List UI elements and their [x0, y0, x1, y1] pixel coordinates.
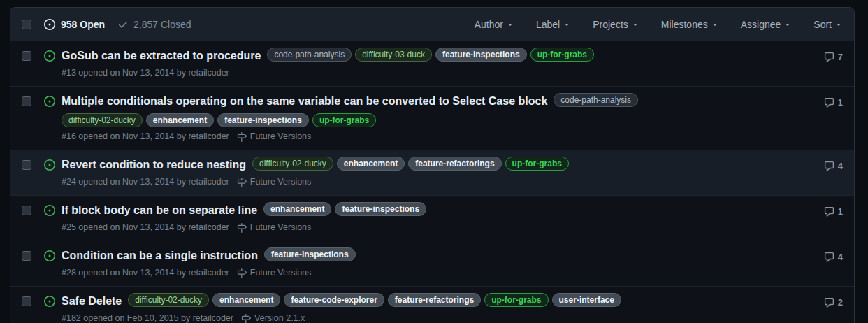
issue-comments-link[interactable]: 7 — [802, 52, 843, 62]
issue-opened-icon — [44, 250, 55, 261]
filter-dropdown-milestones[interactable]: Milestones — [661, 19, 719, 30]
chevron-down-icon — [563, 20, 571, 29]
issue-label[interactable]: feature-inspections — [217, 113, 309, 127]
issue-title-link[interactable]: Safe Delete — [62, 295, 122, 307]
issue-milestone-link[interactable]: Future Versions — [237, 266, 312, 280]
issue-milestone-link[interactable]: Version 2.1.x — [241, 312, 305, 323]
issue-main: Condition can be a single instructionfea… — [62, 247, 794, 280]
issue-comments-link[interactable]: 4 — [802, 161, 843, 171]
issue-row: Safe Deletedifficulty-02-duckyenhancemen… — [10, 286, 854, 323]
issue-opened-icon — [44, 96, 55, 107]
issue-meta-text: #24 opened on Nov 13, 2014 by retailcode… — [62, 175, 229, 189]
issue-title-link[interactable]: If block body can be on separate line — [62, 204, 257, 216]
issue-title-link[interactable]: Multiple conditionals operating on the s… — [62, 95, 547, 107]
chevron-down-icon — [711, 20, 719, 29]
issue-meta: #25 opened on Nov 13, 2014 by retailcode… — [62, 221, 794, 234]
issue-main: Multiple conditionals operating on the s… — [62, 93, 794, 143]
issue-checkbox[interactable] — [22, 51, 31, 61]
issue-label[interactable]: code-path-analysis — [554, 93, 638, 107]
issue-opened-icon — [44, 205, 55, 216]
chevron-down-icon — [783, 20, 792, 29]
issue-comment-count: 4 — [838, 161, 843, 171]
issue-milestone-label: Version 2.1.x — [254, 312, 305, 323]
issue-title-link[interactable]: GoSub can be extracted to procedure — [62, 50, 261, 62]
issue-label[interactable]: user-interface — [552, 293, 621, 307]
issue-comments-link[interactable]: 2 — [802, 297, 843, 308]
issue-label[interactable]: feature-inspections — [264, 247, 356, 261]
chevron-down-icon — [506, 20, 514, 29]
issue-comments-link[interactable]: 1 — [802, 206, 843, 217]
issue-labels: enhancementfeature-inspections — [260, 204, 426, 216]
issue-title-link[interactable]: Revert condition to reduce nesting — [62, 159, 246, 171]
issue-label[interactable]: enhancement — [263, 202, 331, 216]
comment-icon — [824, 206, 834, 217]
issue-label[interactable]: difficulty-02-ducky — [128, 293, 209, 307]
filter-label: Author — [475, 19, 503, 30]
issue-label[interactable]: feature-inspections — [435, 48, 527, 62]
filter-dropdown-assignee[interactable]: Assignee — [741, 19, 793, 30]
filter-dropdown-projects[interactable]: Projects — [593, 19, 639, 30]
issue-checkbox[interactable] — [22, 206, 31, 215]
issue-milestone-link[interactable]: Future Versions — [237, 130, 312, 143]
issue-title-line: Revert condition to reduce nestingdiffic… — [62, 157, 794, 173]
filter-label: Projects — [593, 19, 628, 30]
issue-label[interactable]: enhancement — [337, 157, 405, 171]
issue-label[interactable]: difficulty-02-ducky — [252, 157, 333, 171]
issue-comment-count: 7 — [838, 52, 843, 62]
open-issues-tab[interactable]: 958 Open — [44, 19, 105, 30]
issue-title-line: If block body can be on separate lineenh… — [62, 202, 794, 219]
issue-checkbox[interactable] — [22, 296, 31, 306]
chevron-down-icon — [631, 20, 639, 29]
issue-checkbox[interactable] — [22, 160, 31, 170]
issue-labels: difficulty-02-duckyenhancementfeature-co… — [124, 295, 621, 307]
issue-label[interactable]: code-path-analysis — [267, 48, 352, 62]
issue-label[interactable]: up-for-grabs — [505, 157, 569, 171]
issue-label[interactable]: up-for-grabs — [530, 48, 594, 62]
issue-comment-count: 4 — [838, 252, 843, 262]
chevron-down-icon — [834, 20, 843, 29]
issue-comments-link[interactable]: 4 — [802, 252, 843, 262]
filter-label: Sort — [813, 19, 832, 30]
issue-milestone-link[interactable]: Future Versions — [237, 175, 312, 189]
select-all-checkbox[interactable] — [22, 20, 31, 29]
milestone-icon — [241, 314, 251, 323]
issue-label[interactable]: up-for-grabs — [312, 113, 376, 127]
comment-icon — [824, 252, 834, 262]
issue-row: Condition can be a single instructionfea… — [10, 241, 854, 286]
issue-label[interactable]: up-for-grabs — [484, 293, 548, 307]
milestone-icon — [237, 132, 247, 142]
issue-meta: #24 opened on Nov 13, 2014 by retailcode… — [62, 175, 794, 189]
issue-label[interactable]: feature-refactorings — [408, 157, 501, 171]
issue-meta: #28 opened on Nov 13, 2014 by retailcode… — [62, 266, 794, 280]
issue-checkbox[interactable] — [22, 96, 31, 106]
issue-label[interactable]: difficulty-03-duck — [355, 48, 432, 62]
issue-comments-link[interactable]: 1 — [802, 97, 843, 108]
issue-label[interactable]: feature-refactorings — [388, 293, 481, 307]
issue-label[interactable]: enhancement — [212, 293, 280, 307]
issue-label[interactable]: difficulty-02-ducky — [62, 113, 143, 127]
issue-label[interactable]: feature-inspections — [335, 202, 426, 216]
filter-dropdown-author[interactable]: Author — [475, 19, 514, 30]
issue-label[interactable]: feature-code-explorer — [284, 293, 384, 307]
issue-main: Safe Deletedifficulty-02-duckyenhancemen… — [62, 293, 794, 323]
closed-count-label: 2,857 Closed — [133, 19, 191, 30]
issue-meta-text: #16 opened on Nov 13, 2014 by retailcode… — [62, 130, 229, 143]
issue-label[interactable]: enhancement — [146, 113, 214, 127]
issue-row: GoSub can be extracted to procedurecode-… — [10, 41, 854, 86]
filter-label: Milestones — [661, 19, 708, 30]
issues-rows: GoSub can be extracted to procedurecode-… — [10, 41, 854, 323]
issue-title-line: Safe Deletedifficulty-02-duckyenhancemen… — [62, 293, 794, 310]
filter-dropdown-label[interactable]: Label — [536, 19, 571, 30]
issue-title-link[interactable]: Condition can be a single instruction — [62, 250, 258, 261]
milestone-icon — [237, 223, 247, 233]
issue-meta: #16 opened on Nov 13, 2014 by retailcode… — [62, 130, 794, 143]
issue-title-line: GoSub can be extracted to procedurecode-… — [62, 48, 794, 64]
filter-dropdown-sort[interactable]: Sort — [813, 19, 843, 30]
issue-meta: #13 opened on Nov 13, 2014 by retailcode… — [62, 66, 794, 80]
issue-checkbox[interactable] — [22, 251, 31, 261]
issue-main: Revert condition to reduce nestingdiffic… — [62, 157, 794, 189]
closed-issues-tab[interactable]: 2,857 Closed — [117, 19, 191, 30]
issue-meta: #182 opened on Feb 10, 2015 by retailcod… — [62, 312, 794, 323]
issue-milestone-link[interactable]: Future Versions — [237, 221, 312, 234]
issues-list-header: 958 Open 2,857 Closed Author Label Proje… — [10, 8, 854, 41]
